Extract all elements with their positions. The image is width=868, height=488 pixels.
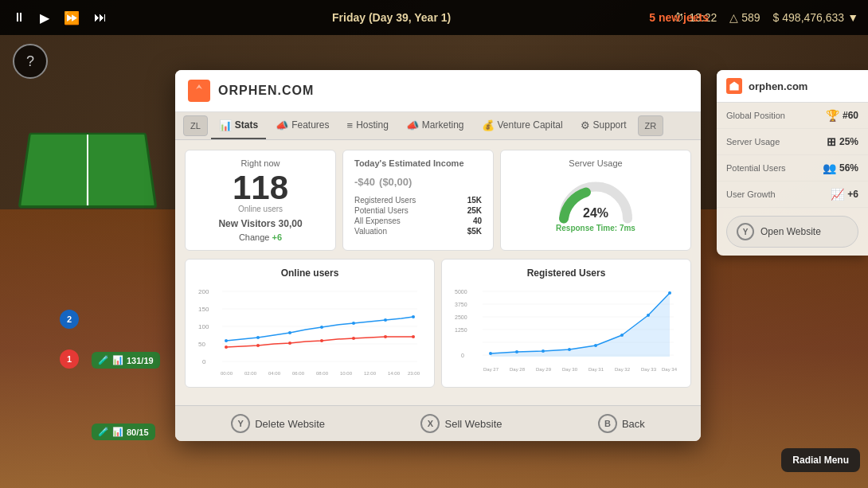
gauge-container: 24% bbox=[556, 173, 635, 221]
radial-menu[interactable]: Radial Menu bbox=[781, 448, 860, 472]
svg-text:150: 150 bbox=[198, 306, 209, 313]
stats-row: Right now 118 Online users New Visitors … bbox=[185, 150, 691, 251]
income-card: Today's Estimated Income -$40 ($0,00) Re… bbox=[342, 150, 494, 251]
tab-venture-label: Venture Capital bbox=[498, 119, 563, 131]
rp-row-user-growth: User Growth 📈 +6 bbox=[717, 182, 868, 208]
population-area: △ 589 bbox=[729, 11, 760, 24]
rp-potential-number: 56% bbox=[839, 162, 858, 174]
income-row-2: All Expenses 40 bbox=[354, 217, 482, 225]
online-users-chart-area: 200 150 100 50 0 bbox=[194, 283, 426, 379]
tab-features[interactable]: 📣 Features bbox=[268, 113, 337, 139]
fastest-button[interactable]: ⏭ bbox=[91, 9, 110, 26]
employee2-stat: 80/15 bbox=[127, 427, 149, 437]
tab-support-label: Support bbox=[593, 119, 627, 131]
tab-hosting-label: Hosting bbox=[356, 119, 389, 131]
svg-text:5000: 5000 bbox=[455, 289, 467, 295]
sell-website-label: Sell Website bbox=[444, 418, 502, 430]
svg-point-48 bbox=[515, 350, 518, 353]
svg-text:23:00: 23:00 bbox=[408, 371, 420, 376]
growth-chart-icon: 📈 bbox=[831, 188, 844, 201]
svg-point-49 bbox=[542, 349, 545, 353]
employee-badge-alex[interactable]: 🧪 📊 80/15 bbox=[92, 424, 155, 440]
day-indicator: Friday (Day 39, Year 1) bbox=[123, 11, 660, 24]
new-visitors-label: New Visitors bbox=[218, 218, 278, 229]
right-now-card: Right now 118 Online users New Visitors … bbox=[185, 150, 336, 251]
svg-point-53 bbox=[647, 314, 650, 317]
delete-website-button[interactable]: Y Delete Website bbox=[231, 414, 325, 433]
registered-users-chart-title: Registered Users bbox=[450, 267, 682, 279]
income-row-1-label: Potential Users bbox=[354, 206, 409, 215]
svg-text:0: 0 bbox=[202, 358, 206, 365]
tab-venture[interactable]: 💰 Venture Capital bbox=[474, 113, 571, 139]
tab-marketing[interactable]: 📣 Marketing bbox=[398, 113, 472, 139]
play-button[interactable]: ▶ bbox=[37, 9, 53, 27]
registered-users-svg: 5000 3750 2500 1250 0 bbox=[450, 283, 682, 379]
modal-footer: Y Delete Website X Sell Website B Back bbox=[175, 405, 701, 441]
pause-button[interactable]: ⏸ bbox=[10, 9, 29, 26]
top-bar: ⏸ ▶ ⏩ ⏭ Friday (Day 39, Year 1) ⏱ 13:22 … bbox=[0, 0, 868, 35]
money-trend-icon: ▼ bbox=[847, 11, 858, 24]
tab-support[interactable]: ⚙ Support bbox=[573, 113, 635, 139]
svg-point-13 bbox=[256, 336, 260, 339]
income-amount: -$40 ($0,00) bbox=[354, 173, 482, 189]
online-users-chart-title: Online users bbox=[194, 267, 426, 279]
open-website-button[interactable]: Y Open Website bbox=[726, 216, 858, 248]
trophy-icon: 🏆 bbox=[826, 109, 839, 122]
right-panel-header: orphen.com bbox=[717, 70, 868, 103]
tab-stats[interactable]: 📊 Stats bbox=[211, 113, 266, 139]
server-icon: ⊞ bbox=[827, 135, 836, 148]
right-panel: orphen.com Global Position 🏆 #60 Server … bbox=[717, 70, 868, 256]
rp-row-server-usage: Server Usage ⊞ 25% bbox=[717, 129, 868, 155]
tab-nav-left[interactable]: ZL bbox=[183, 115, 208, 136]
svg-text:08:00: 08:00 bbox=[316, 371, 329, 376]
svg-marker-63 bbox=[729, 81, 738, 90]
fast-forward-button[interactable]: ⏩ bbox=[61, 9, 83, 27]
new-visitors: New Visitors 30,00 bbox=[197, 218, 324, 229]
registered-users-chart: Registered Users 5000 3750 2500 bbox=[441, 259, 691, 388]
population-icon: △ bbox=[729, 11, 738, 24]
employee-badge-gussi[interactable]: 🧪 📊 131/19 bbox=[92, 352, 160, 369]
rp-server-label: Server Usage bbox=[726, 137, 780, 146]
modal-logo bbox=[188, 80, 210, 102]
new-visitors-value: 30,00 bbox=[279, 218, 303, 229]
svg-text:10:00: 10:00 bbox=[340, 371, 353, 376]
level-badge-2: 2 bbox=[60, 310, 79, 329]
back-label: Back bbox=[622, 418, 645, 430]
income-row-0-value: 15K bbox=[467, 196, 482, 205]
rp-global-number: #60 bbox=[843, 110, 858, 121]
tab-stats-label: Stats bbox=[235, 119, 258, 131]
income-row-3: Valuation $5K bbox=[354, 227, 482, 236]
income-value: -$40 bbox=[354, 176, 375, 188]
rp-growth-label: User Growth bbox=[726, 189, 776, 199]
sell-website-button[interactable]: X Sell Website bbox=[420, 414, 502, 433]
change-line: Change +6 bbox=[197, 232, 324, 242]
rp-row-global-position: Global Position 🏆 #60 bbox=[717, 103, 868, 129]
users-icon: 👥 bbox=[823, 162, 836, 174]
delete-website-label: Delete Website bbox=[255, 418, 325, 430]
tab-hosting[interactable]: ≡ Hosting bbox=[339, 113, 397, 139]
b-button-icon: B bbox=[598, 414, 617, 433]
y-button-right: Y bbox=[737, 223, 754, 240]
marketing-icon: 📣 bbox=[406, 119, 419, 131]
rp-global-label: Global Position bbox=[726, 111, 785, 120]
svg-text:Day 34: Day 34 bbox=[662, 367, 678, 372]
svg-marker-46 bbox=[491, 293, 670, 357]
svg-point-24 bbox=[384, 335, 387, 338]
employee-stat: 131/19 bbox=[127, 356, 154, 365]
ping-pong-table bbox=[18, 133, 158, 209]
back-button[interactable]: B Back bbox=[598, 414, 645, 433]
tab-marketing-label: Marketing bbox=[422, 119, 464, 131]
svg-text:12:00: 12:00 bbox=[364, 371, 377, 376]
svg-point-25 bbox=[412, 335, 415, 338]
x-button-icon: X bbox=[420, 414, 440, 433]
income-row-2-value: 40 bbox=[473, 217, 482, 225]
tab-features-label: Features bbox=[291, 119, 329, 131]
online-users-label: Online users bbox=[197, 205, 324, 213]
svg-point-15 bbox=[320, 326, 323, 329]
svg-text:06:00: 06:00 bbox=[292, 371, 305, 376]
svg-point-52 bbox=[620, 334, 624, 337]
help-button[interactable]: ? bbox=[13, 44, 48, 79]
tab-nav-right[interactable]: ZR bbox=[638, 115, 664, 136]
hosting-icon: ≡ bbox=[347, 119, 354, 131]
server-title: Server Usage bbox=[569, 158, 622, 168]
